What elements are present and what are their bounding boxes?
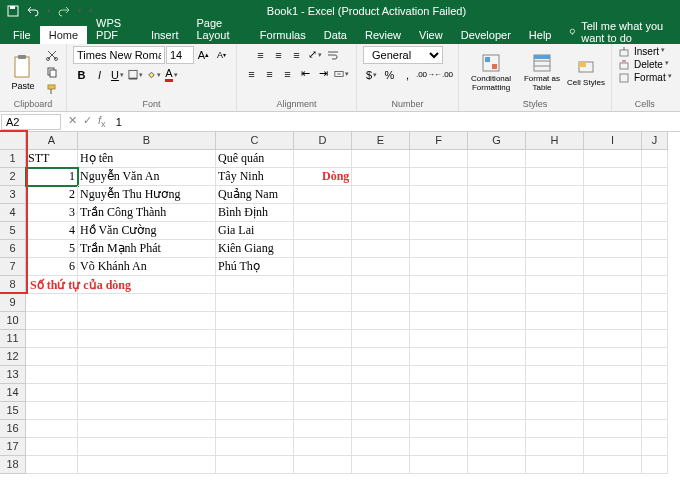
comma-format-button[interactable]: , [399,66,416,83]
fill-color-button[interactable]: ▾ [145,66,162,83]
tab-data[interactable]: Data [315,26,356,44]
cell[interactable] [468,330,526,348]
cell[interactable] [584,438,642,456]
cell[interactable] [642,240,668,258]
cell[interactable]: Kiên Giang [216,240,294,258]
cell[interactable] [410,150,468,168]
cell[interactable] [294,276,352,294]
cell[interactable] [352,402,410,420]
row-header[interactable]: 11 [0,330,26,348]
formula-input[interactable] [112,115,680,129]
cell[interactable] [352,276,410,294]
cell[interactable] [78,330,216,348]
underline-button[interactable]: U▾ [109,66,126,83]
column-header[interactable]: A [26,132,78,150]
cancel-formula-icon[interactable]: ✕ [68,114,77,129]
cell[interactable] [584,186,642,204]
cell[interactable] [352,240,410,258]
cell[interactable] [526,366,584,384]
cell[interactable] [410,276,468,294]
cell[interactable] [584,294,642,312]
cell[interactable] [526,348,584,366]
cell[interactable] [352,438,410,456]
align-left-button[interactable]: ≡ [243,65,260,82]
cell[interactable] [294,456,352,474]
cell[interactable]: Võ Khánh An [78,258,216,276]
cell[interactable] [468,456,526,474]
cell[interactable]: 2 [26,186,78,204]
cell[interactable]: Hồ Văn Cường [78,222,216,240]
cell[interactable] [352,384,410,402]
cell[interactable] [468,276,526,294]
increase-indent-button[interactable]: ⇥ [315,65,332,82]
decrease-font-button[interactable]: A▾ [213,46,230,63]
cell-styles-button[interactable]: Cell Styles [567,48,605,96]
cell[interactable] [642,204,668,222]
column-header[interactable]: G [468,132,526,150]
cell[interactable] [584,330,642,348]
cut-button[interactable] [43,48,60,63]
cell[interactable] [584,384,642,402]
tab-file[interactable]: File [4,26,40,44]
cell[interactable] [26,312,78,330]
cell[interactable] [526,204,584,222]
cell[interactable] [294,240,352,258]
orientation-button[interactable]: ⤢▾ [306,46,323,63]
fx-icon[interactable]: fx [98,114,106,129]
column-header[interactable]: F [410,132,468,150]
cell[interactable] [526,168,584,186]
format-as-table-button[interactable]: Format as Table [520,48,564,96]
cell[interactable] [468,312,526,330]
cell[interactable] [468,204,526,222]
align-bottom-button[interactable]: ≡ [288,46,305,63]
row-header[interactable]: 2 [0,168,26,186]
cell[interactable] [352,150,410,168]
cell[interactable] [584,348,642,366]
cell[interactable] [642,186,668,204]
delete-cells-button[interactable]: Delete▾ [618,59,669,71]
cell[interactable] [526,258,584,276]
cell[interactable] [78,366,216,384]
font-color-button[interactable]: A▾ [163,66,180,83]
cell[interactable] [216,276,294,294]
format-painter-button[interactable] [43,82,60,97]
cell[interactable] [352,366,410,384]
number-format-select[interactable]: General [363,46,443,64]
cell[interactable] [352,420,410,438]
cell[interactable] [78,348,216,366]
cell[interactable] [468,240,526,258]
cell[interactable] [26,438,78,456]
cell[interactable] [78,384,216,402]
undo-dropdown-icon[interactable]: ▾ [47,7,51,15]
cell[interactable] [216,456,294,474]
row-header[interactable]: 10 [0,312,26,330]
cell[interactable] [584,312,642,330]
cell[interactable] [294,384,352,402]
column-header[interactable]: E [352,132,410,150]
cell[interactable] [294,330,352,348]
cell[interactable]: Nguyễn Thu Hương [78,186,216,204]
cell[interactable] [26,348,78,366]
cell[interactable] [294,348,352,366]
cell[interactable] [584,204,642,222]
cell[interactable] [526,420,584,438]
cell[interactable] [78,420,216,438]
cell[interactable] [642,438,668,456]
cell[interactable] [352,348,410,366]
cell[interactable] [352,294,410,312]
row-header[interactable]: 15 [0,402,26,420]
cell[interactable]: STT [26,150,78,168]
cell[interactable] [410,186,468,204]
column-header[interactable]: D [294,132,352,150]
column-header[interactable]: J [642,132,668,150]
cell[interactable] [352,204,410,222]
cell[interactable] [410,312,468,330]
save-icon[interactable] [6,4,20,18]
cell[interactable] [526,150,584,168]
font-size-select[interactable] [166,46,194,64]
cell[interactable] [468,150,526,168]
cell[interactable] [526,222,584,240]
cell[interactable] [468,420,526,438]
cell[interactable] [352,330,410,348]
cell[interactable] [526,312,584,330]
